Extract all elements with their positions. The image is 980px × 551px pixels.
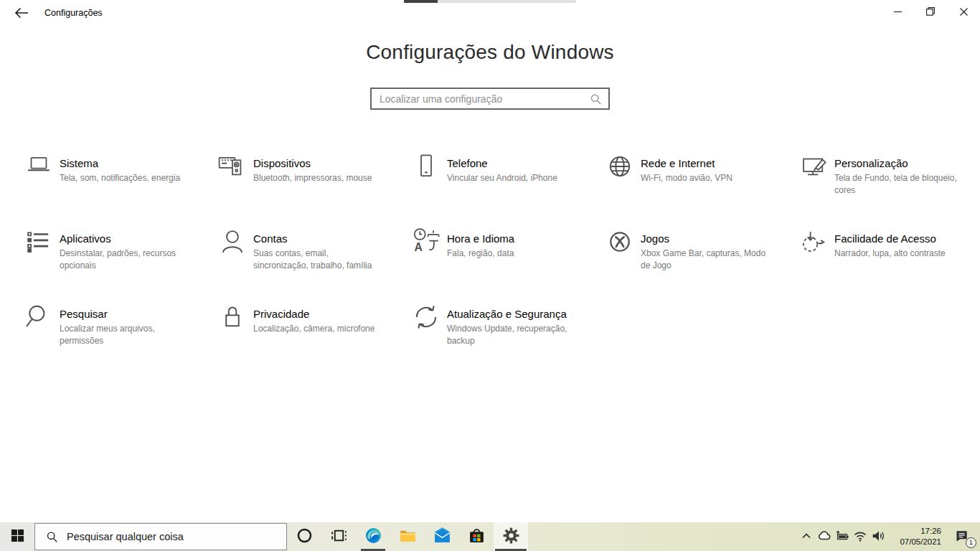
- onedrive-cloud-icon: [817, 529, 831, 545]
- tile-title: Facilidade de Acesso: [834, 232, 965, 245]
- taskbar-app-task-view[interactable]: [321, 522, 356, 551]
- window-title: Configurações: [44, 0, 103, 26]
- update-icon: [411, 302, 443, 334]
- settings-tile-pesquisar[interactable]: Pesquisar Localizar meus arquivos, permi…: [24, 298, 217, 373]
- clock-time: 17:26: [891, 526, 941, 537]
- settings-tile-privacidade[interactable]: Privacidade Localização, câmera, microfo…: [217, 298, 411, 373]
- settings-search-input[interactable]: [372, 89, 608, 108]
- tile-description: Windows Update, recuperação, backup: [447, 323, 578, 348]
- tile-description: Xbox Game Bar, capturas, Modo de Jogo: [641, 248, 771, 273]
- action-center-button[interactable]: 1: [947, 522, 977, 551]
- laptop-icon: [24, 151, 55, 183]
- taskbar-app-file-explorer[interactable]: [390, 522, 425, 551]
- settings-tile-rede-e-internet[interactable]: Rede e Internet Wi-Fi, modo avião, VPN: [605, 147, 798, 222]
- battery-icon: [835, 529, 849, 545]
- settings-tile-telefone[interactable]: Telefone Vincular seu Android, iPhone: [411, 147, 605, 222]
- language-icon: [411, 227, 443, 258]
- tray-chevron-up-button[interactable]: [797, 522, 815, 551]
- settings-tile-hora-e-idioma[interactable]: Hora e Idioma Fala, região, data: [411, 222, 605, 298]
- tile-title: Hora e Idioma: [447, 232, 578, 245]
- globe-icon: [605, 151, 636, 183]
- settings-tile-contas[interactable]: Contas Suas contas, email, sincronização…: [217, 222, 411, 298]
- tile-title: Personalização: [834, 157, 965, 169]
- settings-tile-dispositivos[interactable]: Dispositivos Bluetooth, impressoras, mou…: [217, 147, 411, 222]
- tb-mail-icon: [433, 527, 451, 547]
- tile-title: Pesquisar: [60, 308, 190, 320]
- search-icon: [24, 302, 55, 334]
- tile-description: Desinstalar, padrões, recursos opcionais: [60, 248, 190, 273]
- taskbar-app-cortana[interactable]: [287, 522, 321, 551]
- minimize-button[interactable]: [881, 0, 914, 23]
- tile-description: Wi-Fi, modo avião, VPN: [641, 172, 771, 184]
- tile-title: Dispositivos: [253, 157, 384, 169]
- page-title: Configurações do Windows: [0, 41, 980, 64]
- taskbar-app-settings[interactable]: [494, 522, 528, 551]
- accounts-icon: [217, 227, 249, 258]
- tile-description: Tela de Fundo, tela de bloqueio, cores: [834, 172, 965, 197]
- start-button[interactable]: [0, 522, 34, 551]
- settings-tile-jogos[interactable]: Jogos Xbox Game Bar, capturas, Modo de J…: [605, 222, 798, 298]
- volume-icon: [871, 529, 885, 545]
- tray-wifi-button[interactable]: [851, 522, 869, 551]
- top-loading-bar-filled: [404, 0, 438, 3]
- tile-description: Localizar meus arquivos, permissões: [60, 323, 190, 348]
- settings-tile-sistema[interactable]: Sistema Tela, som, notificações, energia: [24, 147, 217, 222]
- close-button[interactable]: [947, 0, 980, 23]
- tile-description: Localização, câmera, microfone: [253, 323, 384, 335]
- tile-description: Tela, som, notificações, energia: [60, 172, 190, 184]
- settings-grid: Sistema Tela, som, notificações, energia…: [24, 147, 980, 373]
- tile-description: Fala, região, data: [447, 248, 578, 260]
- taskbar: 17:26 07/05/2021 1: [0, 522, 980, 551]
- windows-logo-icon: [11, 529, 24, 545]
- personalization-icon: [798, 151, 830, 183]
- settings-tile-personalizacao[interactable]: Personalização Tela de Fundo, tela de bl…: [798, 147, 980, 222]
- taskbar-app-mail[interactable]: [425, 522, 459, 551]
- taskbar-search-box: [34, 523, 287, 550]
- settings-tile-atualizacao-e-seguranca[interactable]: Atualização e Segurança Windows Update, …: [411, 298, 605, 373]
- tb-edge-icon: [364, 527, 382, 547]
- tb-store-icon: [468, 527, 486, 547]
- tile-description: Narrador, lupa, alto contraste: [834, 248, 965, 260]
- tb-cortana-icon: [296, 527, 314, 547]
- settings-search-box: [370, 88, 610, 110]
- title-bar: Configurações: [0, 0, 980, 29]
- taskbar-app-store[interactable]: [459, 522, 494, 551]
- xbox-icon: [605, 227, 636, 258]
- search-icon: [590, 93, 602, 105]
- settings-tile-aplicativos[interactable]: Aplicativos Desinstalar, padrões, recurs…: [24, 222, 217, 298]
- tile-title: Atualização e Segurança: [447, 308, 578, 320]
- taskbar-search-input[interactable]: [67, 531, 268, 542]
- taskbar-clock[interactable]: 17:26 07/05/2021: [891, 526, 941, 547]
- window-controls: [881, 0, 980, 23]
- tile-title: Telefone: [447, 157, 578, 169]
- taskbar-app-edge[interactable]: [356, 522, 390, 551]
- search-icon: [46, 531, 58, 543]
- top-loading-bar-track: [438, 0, 576, 3]
- tile-title: Rede e Internet: [641, 157, 771, 169]
- tb-gear-icon: [502, 527, 520, 547]
- taskbar-apps: [287, 522, 528, 551]
- tile-description: Vincular seu Android, iPhone: [447, 172, 578, 184]
- tile-title: Jogos: [641, 232, 771, 245]
- tray-onedrive-cloud-button[interactable]: [815, 522, 833, 551]
- system-tray: 17:26 07/05/2021 1: [797, 522, 977, 551]
- phone-icon: [411, 151, 443, 183]
- back-button[interactable]: [7, 1, 36, 24]
- tile-title: Sistema: [60, 157, 190, 169]
- chevron-up-icon: [799, 529, 814, 545]
- tray-volume-button[interactable]: [869, 522, 887, 551]
- restore-button[interactable]: [914, 0, 947, 23]
- privacy-icon: [217, 302, 249, 334]
- ease-of-access-icon: [798, 227, 830, 258]
- tile-description: Bluetooth, impressoras, mouse: [253, 172, 384, 184]
- tile-title: Aplicativos: [60, 232, 190, 245]
- tile-description: Suas contas, email, sincronização, traba…: [253, 248, 384, 273]
- tb-explorer-icon: [399, 527, 417, 547]
- tb-taskview-icon: [330, 527, 348, 547]
- apps-icon: [24, 227, 55, 258]
- wifi-icon: [853, 529, 867, 545]
- tray-battery-button[interactable]: [833, 522, 851, 551]
- settings-tile-facilidade-de-acesso[interactable]: Facilidade de Acesso Narrador, lupa, alt…: [798, 222, 980, 298]
- tile-title: Contas: [253, 232, 384, 245]
- tile-title: Privacidade: [253, 308, 384, 320]
